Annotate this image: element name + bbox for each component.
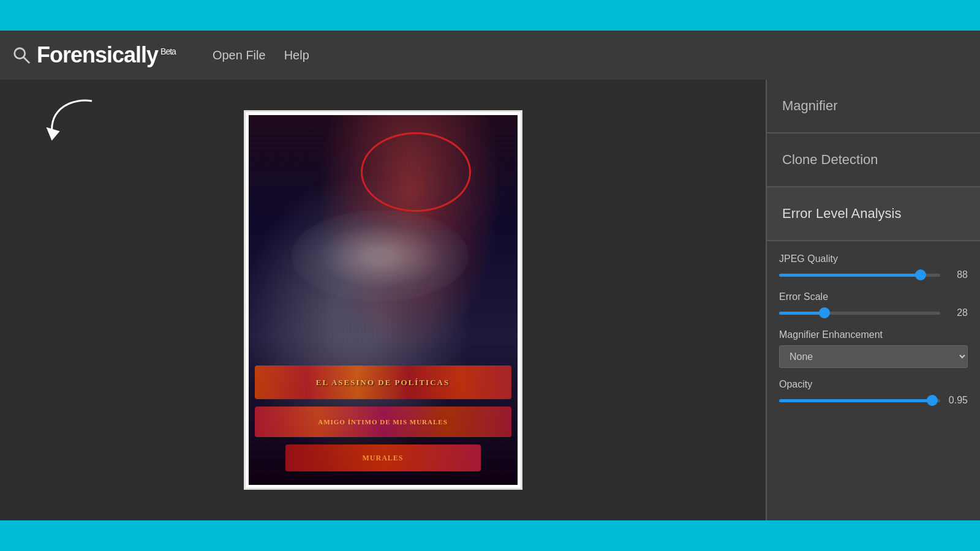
opacity-thumb[interactable]	[927, 395, 938, 406]
arrow-hint-icon	[43, 95, 98, 144]
image-container: EL ASESINO DE POLÍTICAS AMIGO ÍNTIMO DE …	[244, 110, 522, 490]
image-text-region-1: EL ASESINO DE POLÍTICAS	[255, 365, 511, 399]
beta-badge: Beta	[160, 47, 176, 56]
jpeg-quality-label: JPEG Quality	[779, 253, 968, 264]
search-icon	[12, 46, 31, 64]
left-panel: EL ASESINO DE POLÍTICAS AMIGO ÍNTIMO DE …	[0, 80, 766, 520]
top-teal-bar	[0, 0, 980, 31]
error-scale-thumb[interactable]	[819, 307, 830, 318]
open-file-link[interactable]: Open File	[213, 48, 266, 62]
image-text-region-3: MURALES	[285, 444, 481, 471]
help-link[interactable]: Help	[284, 48, 309, 62]
right-sidebar: Magnifier Clone Detection Error Level An…	[766, 80, 980, 520]
jpeg-quality-slider-row: 88	[779, 269, 968, 280]
svg-marker-2	[48, 129, 58, 139]
opacity-label: Opacity	[779, 379, 968, 390]
jpeg-quality-value: 88	[946, 269, 968, 280]
image-text-region-2: AMIGO ÍNTIMO DE MIS MURALES	[255, 407, 511, 437]
svg-line-1	[24, 58, 29, 63]
error-scale-label: Error Scale	[779, 291, 968, 302]
jpeg-quality-thumb[interactable]	[915, 269, 926, 280]
opacity-slider[interactable]	[779, 399, 940, 402]
controls-section: JPEG Quality 88 Error Scale 28	[767, 241, 980, 520]
svg-point-0	[15, 48, 25, 59]
error-scale-slider-row: 28	[779, 307, 968, 318]
magnifier-enhancement-label: Magnifier Enhancement	[779, 329, 968, 340]
bottom-teal-bar	[0, 520, 980, 551]
magnifier-enhancement-control: Magnifier Enhancement None Auto Levels E…	[779, 329, 968, 368]
header: ForensicallyBeta Open File Help	[0, 31, 980, 80]
magnifier-enhancement-select-container: None Auto Levels Equalize Edge Detect	[779, 345, 968, 368]
sidebar-item-clone-detection[interactable]: Clone Detection	[767, 133, 980, 187]
logo-area: ForensicallyBeta	[12, 42, 176, 68]
opacity-slider-row: 0.95	[779, 395, 968, 406]
opacity-value: 0.95	[946, 395, 968, 406]
gray-region	[292, 210, 469, 302]
ela-background: EL ASESINO DE POLÍTICAS AMIGO ÍNTIMO DE …	[249, 115, 518, 485]
opacity-control: Opacity 0.95	[779, 379, 968, 406]
error-scale-value: 28	[946, 307, 968, 318]
error-scale-control: Error Scale 28	[779, 291, 968, 318]
red-circle-annotation	[361, 132, 471, 212]
jpeg-quality-slider[interactable]	[779, 274, 940, 277]
sidebar-item-error-level-analysis[interactable]: Error Level Analysis	[767, 187, 980, 241]
jpeg-quality-control: JPEG Quality 88	[779, 253, 968, 280]
ela-image: EL ASESINO DE POLÍTICAS AMIGO ÍNTIMO DE …	[249, 115, 518, 485]
magnifier-enhancement-select[interactable]: None Auto Levels Equalize Edge Detect	[779, 345, 968, 368]
app-logo: ForensicallyBeta	[37, 42, 176, 68]
main-nav: Open File Help	[213, 48, 309, 62]
error-scale-slider[interactable]	[779, 312, 940, 315]
main-content: EL ASESINO DE POLÍTICAS AMIGO ÍNTIMO DE …	[0, 80, 980, 520]
sidebar-item-magnifier[interactable]: Magnifier	[767, 80, 980, 133]
